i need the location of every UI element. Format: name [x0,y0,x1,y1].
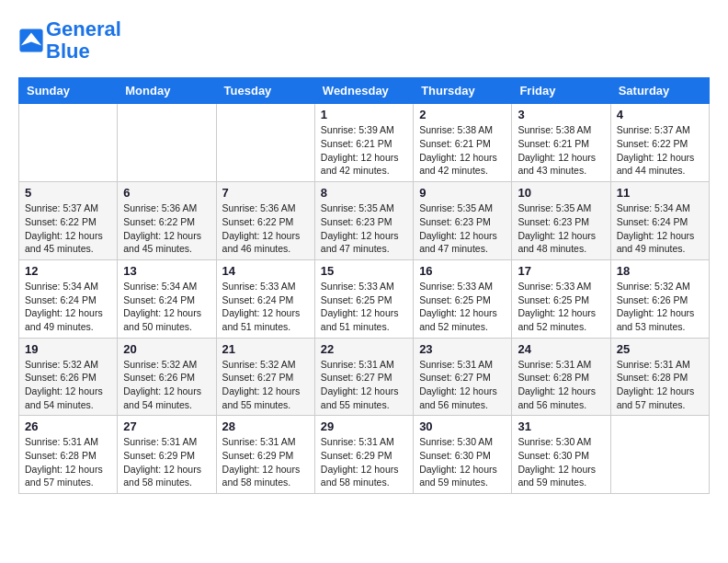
calendar: SundayMondayTuesdayWednesdayThursdayFrid… [18,77,710,494]
column-header-thursday: Thursday [414,78,512,104]
calendar-cell: 2Sunrise: 5:38 AMSunset: 6:21 PMDaylight… [414,104,512,182]
calendar-cell: 11Sunrise: 5:34 AMSunset: 6:24 PMDayligh… [610,182,709,260]
calendar-cell: 27Sunrise: 5:31 AMSunset: 6:29 PMDayligh… [118,416,216,494]
calendar-week-row: 26Sunrise: 5:31 AMSunset: 6:28 PMDayligh… [19,416,710,494]
day-info: Sunrise: 5:39 AMSunset: 6:21 PMDaylight:… [321,123,407,178]
day-number: 16 [419,264,506,278]
calendar-cell: 7Sunrise: 5:36 AMSunset: 6:22 PMDaylight… [216,182,314,260]
day-info: Sunrise: 5:31 AMSunset: 6:28 PMDaylight:… [518,358,604,412]
page-header: GeneralBlue [18,18,710,63]
calendar-cell: 8Sunrise: 5:35 AMSunset: 6:23 PMDaylight… [314,182,413,260]
day-number: 23 [419,342,506,356]
day-info: Sunrise: 5:37 AMSunset: 6:22 PMDaylight:… [25,201,111,256]
day-info: Sunrise: 5:36 AMSunset: 6:22 PMDaylight:… [222,201,309,256]
calendar-cell: 6Sunrise: 5:36 AMSunset: 6:22 PMDaylight… [118,182,216,260]
day-info: Sunrise: 5:31 AMSunset: 6:29 PMDaylight:… [222,435,309,489]
day-number: 8 [321,186,407,200]
calendar-cell [216,104,314,182]
day-info: Sunrise: 5:35 AMSunset: 6:23 PMDaylight:… [321,201,407,256]
day-number: 30 [419,419,506,433]
day-info: Sunrise: 5:34 AMSunset: 6:24 PMDaylight:… [25,280,111,334]
calendar-week-row: 19Sunrise: 5:32 AMSunset: 6:26 PMDayligh… [19,338,710,416]
day-number: 24 [518,342,604,356]
day-number: 13 [123,264,210,278]
column-header-monday: Monday [118,78,216,104]
calendar-cell: 20Sunrise: 5:32 AMSunset: 6:26 PMDayligh… [118,338,216,416]
day-number: 3 [518,108,604,121]
day-number: 4 [617,108,703,121]
day-info: Sunrise: 5:31 AMSunset: 6:27 PMDaylight:… [419,358,506,412]
calendar-cell: 12Sunrise: 5:34 AMSunset: 6:24 PMDayligh… [19,259,118,338]
calendar-cell: 10Sunrise: 5:35 AMSunset: 6:23 PMDayligh… [512,182,610,260]
day-number: 20 [123,342,210,356]
day-number: 17 [518,264,604,278]
calendar-cell: 28Sunrise: 5:31 AMSunset: 6:29 PMDayligh… [216,416,314,494]
day-info: Sunrise: 5:33 AMSunset: 6:24 PMDaylight:… [222,280,309,334]
day-number: 14 [222,264,309,278]
calendar-cell: 9Sunrise: 5:35 AMSunset: 6:23 PMDaylight… [414,182,512,260]
day-number: 28 [222,419,309,433]
day-info: Sunrise: 5:32 AMSunset: 6:26 PMDaylight:… [617,280,703,334]
day-number: 9 [419,186,506,200]
day-info: Sunrise: 5:35 AMSunset: 6:23 PMDaylight:… [419,201,506,256]
day-info: Sunrise: 5:31 AMSunset: 6:28 PMDaylight:… [25,435,111,489]
calendar-week-row: 5Sunrise: 5:37 AMSunset: 6:22 PMDaylight… [19,182,710,260]
day-number: 11 [617,186,703,200]
calendar-cell: 22Sunrise: 5:31 AMSunset: 6:27 PMDayligh… [314,338,413,416]
day-info: Sunrise: 5:32 AMSunset: 6:26 PMDaylight:… [123,358,210,412]
day-number: 19 [25,342,111,356]
calendar-cell: 1Sunrise: 5:39 AMSunset: 6:21 PMDaylight… [314,104,413,182]
calendar-cell: 4Sunrise: 5:37 AMSunset: 6:22 PMDaylight… [610,104,709,182]
calendar-header-row: SundayMondayTuesdayWednesdayThursdayFrid… [19,78,710,104]
logo-icon [18,28,44,53]
day-number: 18 [617,264,703,278]
calendar-cell: 19Sunrise: 5:32 AMSunset: 6:26 PMDayligh… [19,338,118,416]
day-number: 2 [419,108,506,121]
calendar-cell [610,416,709,494]
day-number: 21 [222,342,309,356]
day-info: Sunrise: 5:31 AMSunset: 6:28 PMDaylight:… [617,358,703,412]
calendar-cell: 16Sunrise: 5:33 AMSunset: 6:25 PMDayligh… [414,259,512,338]
column-header-tuesday: Tuesday [216,78,314,104]
calendar-cell: 21Sunrise: 5:32 AMSunset: 6:27 PMDayligh… [216,338,314,416]
day-number: 22 [321,342,407,356]
day-number: 27 [123,419,210,433]
day-info: Sunrise: 5:32 AMSunset: 6:27 PMDaylight:… [222,358,309,412]
day-info: Sunrise: 5:31 AMSunset: 6:29 PMDaylight:… [123,435,210,489]
day-info: Sunrise: 5:33 AMSunset: 6:25 PMDaylight:… [419,280,506,334]
logo-text: GeneralBlue [46,18,121,63]
calendar-cell: 26Sunrise: 5:31 AMSunset: 6:28 PMDayligh… [19,416,118,494]
day-info: Sunrise: 5:38 AMSunset: 6:21 PMDaylight:… [419,123,506,178]
column-header-sunday: Sunday [19,78,118,104]
calendar-cell: 13Sunrise: 5:34 AMSunset: 6:24 PMDayligh… [118,259,216,338]
calendar-cell: 29Sunrise: 5:31 AMSunset: 6:29 PMDayligh… [314,416,413,494]
calendar-cell [118,104,216,182]
calendar-cell [19,104,118,182]
day-number: 31 [518,419,604,433]
day-number: 1 [321,108,407,121]
day-info: Sunrise: 5:32 AMSunset: 6:26 PMDaylight:… [25,358,111,412]
day-info: Sunrise: 5:30 AMSunset: 6:30 PMDaylight:… [419,435,506,489]
day-info: Sunrise: 5:38 AMSunset: 6:21 PMDaylight:… [518,123,604,178]
calendar-cell: 30Sunrise: 5:30 AMSunset: 6:30 PMDayligh… [414,416,512,494]
day-info: Sunrise: 5:36 AMSunset: 6:22 PMDaylight:… [123,201,210,256]
calendar-week-row: 1Sunrise: 5:39 AMSunset: 6:21 PMDaylight… [19,104,710,182]
calendar-cell: 15Sunrise: 5:33 AMSunset: 6:25 PMDayligh… [314,259,413,338]
day-number: 7 [222,186,309,200]
column-header-wednesday: Wednesday [314,78,413,104]
calendar-cell: 5Sunrise: 5:37 AMSunset: 6:22 PMDaylight… [19,182,118,260]
day-number: 6 [123,186,210,200]
calendar-cell: 31Sunrise: 5:30 AMSunset: 6:30 PMDayligh… [512,416,610,494]
day-info: Sunrise: 5:35 AMSunset: 6:23 PMDaylight:… [518,201,604,256]
day-info: Sunrise: 5:30 AMSunset: 6:30 PMDaylight:… [518,435,604,489]
calendar-cell: 23Sunrise: 5:31 AMSunset: 6:27 PMDayligh… [414,338,512,416]
day-info: Sunrise: 5:33 AMSunset: 6:25 PMDaylight:… [321,280,407,334]
day-number: 25 [617,342,703,356]
calendar-cell: 25Sunrise: 5:31 AMSunset: 6:28 PMDayligh… [610,338,709,416]
day-number: 12 [25,264,111,278]
day-info: Sunrise: 5:34 AMSunset: 6:24 PMDaylight:… [123,280,210,334]
column-header-saturday: Saturday [610,78,709,104]
day-number: 29 [321,419,407,433]
calendar-cell: 24Sunrise: 5:31 AMSunset: 6:28 PMDayligh… [512,338,610,416]
day-number: 10 [518,186,604,200]
